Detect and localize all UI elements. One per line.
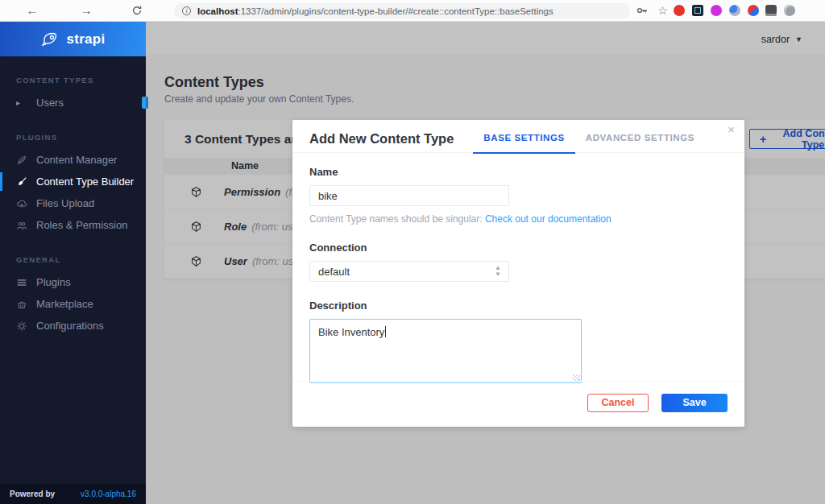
connection-field-label: Connection [309,242,728,254]
cloud-upload-icon [16,198,27,209]
brand-name: strapi [66,31,105,48]
bookmark-star-icon[interactable]: ☆ [656,4,670,18]
strapi-rocket-icon [40,31,60,48]
sidebar-section-label: GENERAL [0,255,146,264]
save-button[interactable]: Save [661,394,728,412]
extension-icon-4[interactable] [729,5,740,16]
description-field-label: Description [309,300,728,312]
extension-icon-3[interactable] [711,5,722,16]
modal-title: Add New Content Type [309,131,454,147]
browser-toolbar: ← → i localhost:1337/admin/plugins/conte… [0,0,825,22]
browser-back-button[interactable]: ← [24,2,40,19]
add-content-type-modal: Add New Content Type BASE SETTINGS ADVAN… [292,120,744,427]
sidebar-section-label: CONTENT TYPES [0,76,146,85]
extension-icon-6[interactable] [765,5,777,16]
sidebar-item-label: Marketplace [36,298,93,310]
close-icon[interactable]: × [728,123,735,135]
browser-forward-button[interactable]: → [78,2,94,19]
select-stepper-icon[interactable]: ▲▼ [495,265,501,278]
extension-icon-5[interactable] [748,5,759,16]
url-text: localhost:1337/admin/plugins/content-typ… [197,6,553,16]
sidebar-item-label: Plugins [36,276,71,288]
browser-refresh-button[interactable] [129,2,145,19]
documentation-link[interactable]: Check out our documentation [485,213,611,225]
extension-icon-2[interactable] [692,5,703,16]
sidebar-item-label: Content Manager [36,154,117,166]
list-icon [16,277,27,288]
sidebar-item-label: Configurations [36,320,104,332]
modal-tabs: BASE SETTINGS ADVANCED SETTINGS [473,125,705,153]
paintbrush-icon [16,176,27,188]
extension-icon-1[interactable] [674,5,685,16]
feather-pen-icon [16,155,27,166]
sidebar-item-files-upload[interactable]: Files Upload [0,192,146,214]
tab-base-settings[interactable]: BASE SETTINGS [473,125,574,154]
sidebar-item-users[interactable]: ▸ Users [0,92,146,114]
sidebar-group-content-types: CONTENT TYPES ▸ Users [0,76,146,114]
description-value: Bike Inventory [318,326,384,338]
sidebar-section-label: PLUGINS [0,133,146,142]
connection-value: default [318,266,350,278]
description-textarea[interactable]: Bike Inventory [309,319,582,383]
name-field-label: Name [309,166,728,178]
gear-icon [16,320,27,332]
site-info-icon[interactable]: i [182,6,191,15]
text-cursor [385,326,386,337]
version-link[interactable]: v3.0.0-alpha.16 [81,490,136,498]
sidebar-group-general: GENERAL Plugins Marketplace Configuratio… [0,255,146,337]
modal-header: Add New Content Type BASE SETTINGS ADVAN… [292,120,744,153]
name-helper-text: Content Type names should be singular: C… [309,213,728,225]
modal-footer: Cancel Save [292,381,744,427]
sidebar: strapi CONTENT TYPES ▸ Users PLUGINS Con… [0,22,146,504]
sidebar-footer: Powered by v3.0.0-alpha.16 [0,484,146,504]
name-input[interactable] [309,185,509,206]
connection-select[interactable]: default ▲▼ [309,261,509,282]
tab-advanced-settings[interactable]: ADVANCED SETTINGS [575,125,705,154]
sidebar-item-roles-permission[interactable]: Roles & Permission [0,214,146,236]
screen: ← → i localhost:1337/admin/plugins/conte… [0,0,825,504]
sidebar-item-label: Roles & Permission [36,219,127,231]
sidebar-item-plugins[interactable]: Plugins [0,271,146,293]
extension-icon-7[interactable] [784,5,795,16]
address-bar[interactable]: i localhost:1337/admin/plugins/content-t… [174,3,630,19]
modal-body: Name Content Type names should be singul… [292,153,744,383]
sidebar-item-marketplace[interactable]: Marketplace [0,293,146,315]
sidebar-item-content-type-builder[interactable]: Content Type Builder [0,171,146,192]
caret-right-icon[interactable]: ▸ [16,98,27,107]
users-group-icon [16,220,27,231]
password-key-icon[interactable] [636,4,649,18]
sidebar-item-label: Files Upload [36,197,94,209]
sidebar-item-label: Users [36,97,64,109]
sidebar-item-content-manager[interactable]: Content Manager [0,149,146,171]
sidebar-group-plugins: PLUGINS Content Manager Content Type Bui… [0,133,146,236]
sidebar-item-label: Content Type Builder [36,176,134,188]
sidebar-item-configurations[interactable]: Configurations [0,315,146,337]
strapi-logo[interactable]: strapi [0,22,146,56]
shopping-basket-icon [16,299,27,310]
powered-by-label: Powered by [10,490,55,498]
cancel-button[interactable]: Cancel [587,394,649,412]
